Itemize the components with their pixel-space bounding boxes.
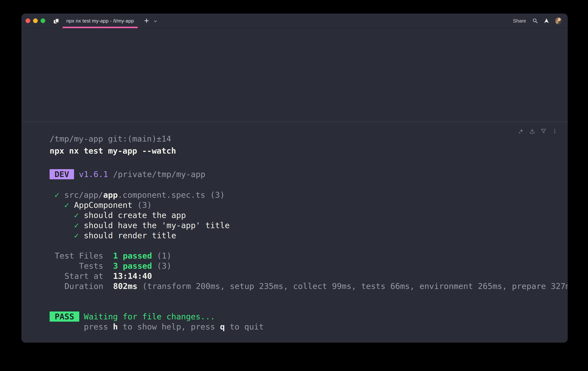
filter-icon[interactable]	[541, 128, 546, 134]
zoom-window-button[interactable]	[41, 18, 45, 23]
titlebar-actions: Share	[513, 13, 562, 28]
download-icon[interactable]	[529, 128, 535, 134]
kebab-menu-icon[interactable]	[552, 128, 557, 134]
vitest-version: v1.6.1	[79, 169, 108, 179]
search-icon[interactable]	[532, 18, 538, 24]
test-case-row: ✓should have the 'my-app' title	[50, 220, 230, 230]
tab-pages-icon[interactable]	[53, 18, 60, 24]
close-window-button[interactable]	[26, 18, 30, 23]
key-h: h	[113, 322, 118, 331]
share-button[interactable]: Share	[513, 18, 526, 24]
window-controls	[26, 18, 45, 23]
project-path: /private/tmp/my-app	[113, 169, 205, 179]
vitest-header: DEV v1.6.1 /private/tmp/my-app	[50, 169, 205, 179]
check-icon: ✓	[74, 231, 79, 240]
warp-logo-icon[interactable]	[544, 18, 549, 24]
chevron-down-icon[interactable]	[153, 19, 158, 23]
key-q: q	[220, 322, 225, 331]
block-toolbar	[518, 128, 557, 134]
test-results-tree: ✓src/app/app.component.spec.ts(3) ✓AppCo…	[50, 190, 230, 240]
keyboard-hint-row: press h to show help, press q to quit	[50, 322, 264, 332]
watch-status: PASS Waiting for file changes... press h…	[50, 311, 264, 332]
test-case-row: ✓should render title	[50, 230, 230, 240]
new-tab-button[interactable]: +	[141, 16, 152, 26]
check-icon: ✓	[74, 210, 79, 220]
terminal-window: npx nx test my-app - /t/my-app + Share	[21, 13, 568, 343]
check-icon: ✓	[74, 221, 79, 230]
pass-badge: PASS	[50, 311, 79, 322]
summary-test-files-row: Test Files 1 passed(1)	[50, 251, 568, 261]
test-file-row: ✓src/app/app.component.spec.ts(3)	[50, 190, 230, 200]
dev-badge: DEV	[50, 169, 74, 179]
titlebar: npx nx test my-app - /t/my-app + Share	[21, 13, 568, 28]
command-text: npx nx test my-app --watch	[50, 146, 176, 156]
summary-tests-row: Tests 3 passed(3)	[50, 261, 568, 271]
user-avatar[interactable]	[555, 17, 562, 24]
shell-prompt: /tmp/my-app git:(main)±14	[50, 134, 176, 144]
summary-duration-row: Duration 802ms(transform 200ms, setup 23…	[50, 281, 568, 291]
sparkles-ai-icon[interactable]	[518, 128, 524, 134]
active-tab-indicator	[63, 27, 138, 28]
test-suite-row: ✓AppComponent(3)	[50, 200, 230, 210]
tab-active[interactable]: npx nx test my-app - /t/my-app	[63, 13, 138, 28]
test-case-row: ✓should create the app	[50, 210, 230, 220]
test-summary: Test Files 1 passed(1) Tests 3 passed(3)…	[50, 251, 568, 291]
pass-status-row: PASS Waiting for file changes...	[50, 311, 264, 322]
tab-title: npx nx test my-app - /t/my-app	[66, 18, 134, 24]
minimize-window-button[interactable]	[33, 18, 38, 23]
summary-start-at-row: Start at 13:14:40	[50, 271, 568, 281]
block-divider	[21, 122, 568, 122]
check-icon: ✓	[64, 200, 69, 210]
check-icon: ✓	[54, 190, 59, 200]
command-block[interactable]: /tmp/my-app git:(main)±14 npx nx test my…	[50, 134, 176, 156]
waiting-message: Waiting for file changes...	[84, 311, 215, 322]
